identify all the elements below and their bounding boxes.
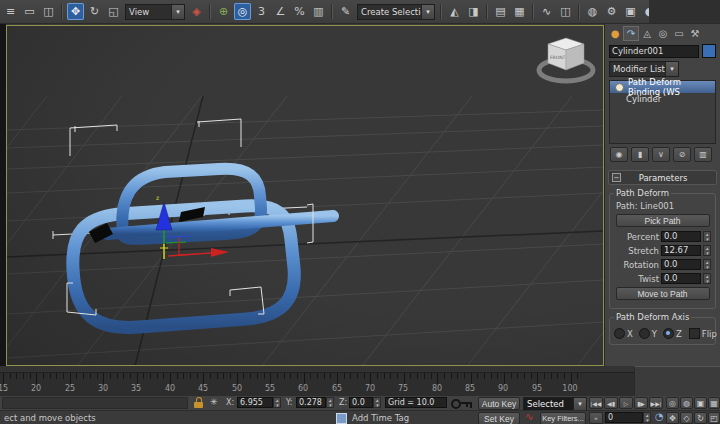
percent-field[interactable]: 0.0 [661,231,701,242]
make-unique-button[interactable]: ∨ [652,147,670,162]
move-to-path-button[interactable]: Move to Path [616,287,710,300]
axis-x-radio[interactable] [614,328,625,339]
flip-checkbox[interactable] [689,328,700,339]
pin-stack-button[interactable]: ◉ [610,147,628,162]
tab-motion[interactable]: ◎ [655,26,671,41]
maxscript-mini-listener[interactable] [2,397,188,409]
tab-display[interactable]: ▭ [671,26,687,41]
current-frame-field[interactable]: 0 [605,412,643,423]
field-of-view-button[interactable]: ◇ [680,412,693,424]
manipulate-icon: ⊕ [219,5,228,18]
previous-frame-button[interactable]: ◀▮ [604,397,618,409]
x-coordinate-field[interactable]: 6.955 [237,397,273,408]
modifier-list-dropdown[interactable]: Modifier List ▾ [609,61,679,77]
graphite-ribbon-button[interactable]: ▦ [511,3,528,20]
orbit-icon: ↻ [697,414,704,423]
orbit-button[interactable]: ↻ [694,412,707,424]
key-mode-toggle-button[interactable]: » [589,412,603,424]
rendered-frame-window-button[interactable]: ▣ [622,3,639,20]
next-frame-button[interactable]: ▮▶ [634,397,648,409]
absolute-mode-icon[interactable]: ✳ [210,397,218,407]
time-configuration-icon[interactable]: ◔ [655,411,664,422]
x-spinner[interactable]: ▴▾ [273,397,281,408]
zoom-all-button[interactable]: ◍ [680,397,693,409]
lightbulb-icon[interactable] [615,83,624,92]
object-color-swatch[interactable] [702,44,716,58]
z-coordinate-label: Z: [339,398,347,407]
tab-hierarchy[interactable]: ◬ [639,26,655,41]
add-time-tag-button[interactable]: Add Time Tag [352,413,409,423]
rectangular-selection-region-button[interactable]: ▭ [21,3,38,20]
select-and-rotate-button[interactable]: ↻ [86,3,103,20]
go-to-start-button[interactable]: |◀◀ [589,397,603,409]
tab-create[interactable]: ● [607,26,623,41]
snaps-toggle-button[interactable]: ◎ [234,3,251,20]
window-crossing-button[interactable]: ◫ [40,3,57,20]
schematic-view-icon: ◫ [560,5,570,18]
remove-modifier-button[interactable]: ⊘ [673,147,691,162]
pan-view-button[interactable]: ✥ [666,412,679,424]
selection-lock-icon[interactable] [194,397,204,409]
select-by-name-button[interactable]: ≡ [2,3,19,20]
rollout-title: Parameters [624,173,702,183]
render-setup-button[interactable]: ⚙ [603,3,620,20]
y-coordinate-field[interactable]: 0.278 [296,397,326,408]
axis-z-radio[interactable] [663,328,674,339]
twist-field[interactable]: 0.0 [661,273,701,284]
material-editor-button[interactable]: ◍ [584,3,601,20]
tab-utilities[interactable]: ⚒ [687,26,703,41]
y-spinner[interactable]: ▴▾ [326,397,334,408]
select-and-move-button[interactable]: ✥ [67,3,84,20]
new-key-curve-icon[interactable]: ∿ [525,411,533,422]
mirror-button[interactable]: ◭ [446,3,463,20]
snap-3d-button[interactable]: 3 [253,3,270,20]
percent-spinner[interactable]: ▴▾ [703,231,711,242]
timeline-ruler[interactable]: 15 20 25 30 35 40 45 50 55 60 65 70 75 8… [0,372,634,397]
configure-modifier-sets-button[interactable]: ▥ [694,147,712,162]
key-filters-button[interactable]: Key Filters... [540,412,586,424]
frame-spinner[interactable]: ▴▾ [643,412,651,423]
keyboard-override-button[interactable]: ✎ [337,3,354,20]
spinner-snap-button[interactable]: ▥ [310,3,327,20]
align-button[interactable]: ◨ [465,3,482,20]
zoom-viewport-button[interactable]: ◎ [666,397,679,409]
play-button[interactable]: ▷ [619,397,633,409]
keyboard-override-icon: ✎ [341,5,350,18]
key-selection-dropdown[interactable]: Selected ▾ [523,397,587,411]
show-end-result-button[interactable]: ▮ [631,147,649,162]
stretch-field[interactable]: 12.67 [661,245,701,256]
reference-coordinate-dropdown[interactable]: View ▾ [125,4,185,20]
layer-manager-button[interactable]: ▤ [492,3,509,20]
curve-editor-button[interactable]: ∿ [538,3,555,20]
twist-spinner[interactable]: ▴▾ [703,273,711,284]
pick-path-button[interactable]: Pick Path [616,214,710,227]
select-and-scale-button[interactable]: ◱ [105,3,122,20]
z-coordinate-field[interactable]: 0.0 [349,397,373,408]
schematic-view-button[interactable]: ◫ [557,3,574,20]
maximize-viewport-button[interactable]: ◰ [708,412,720,424]
rotation-spinner[interactable]: ▴▾ [703,259,711,270]
modifier-stack-item-path-deform[interactable]: Path Deform Binding (WS [610,81,715,93]
object-name-field[interactable]: Cylinder001 [609,45,699,58]
fov-icon: ◇ [683,414,689,423]
set-key-button[interactable]: Set Key [478,412,520,424]
zoom-extents-all-button[interactable]: ▦ [708,397,720,409]
named-selection-set-dropdown[interactable]: Create Selection Set ▾ [357,4,435,20]
rotation-field[interactable]: 0.0 [661,259,701,270]
percent-snap-button[interactable]: % [291,3,308,20]
viewport-canvas[interactable]: z FRONT [7,26,603,365]
parameters-rollout-header[interactable]: − Parameters [608,170,717,185]
auto-key-button[interactable]: Auto Key [478,397,520,410]
perspective-viewport[interactable]: z FRONT [6,25,604,366]
axis-y-radio[interactable] [639,328,650,339]
select-and-manipulate-button[interactable]: ⊕ [215,3,232,20]
set-keys-key-icon[interactable] [450,397,474,409]
angle-snap-button[interactable]: ∠ [272,3,289,20]
stretch-spinner[interactable]: ▴▾ [703,245,711,256]
z-spinner[interactable]: ▴▾ [373,397,381,408]
use-pivot-point-center-button[interactable]: ◈ [188,3,205,20]
zoom-extents-button[interactable]: ▣ [694,397,707,409]
tab-modify[interactable]: ↷ [623,26,639,41]
go-to-end-button[interactable]: ▶▶| [649,397,663,409]
stretch-label: Stretch [614,246,659,256]
